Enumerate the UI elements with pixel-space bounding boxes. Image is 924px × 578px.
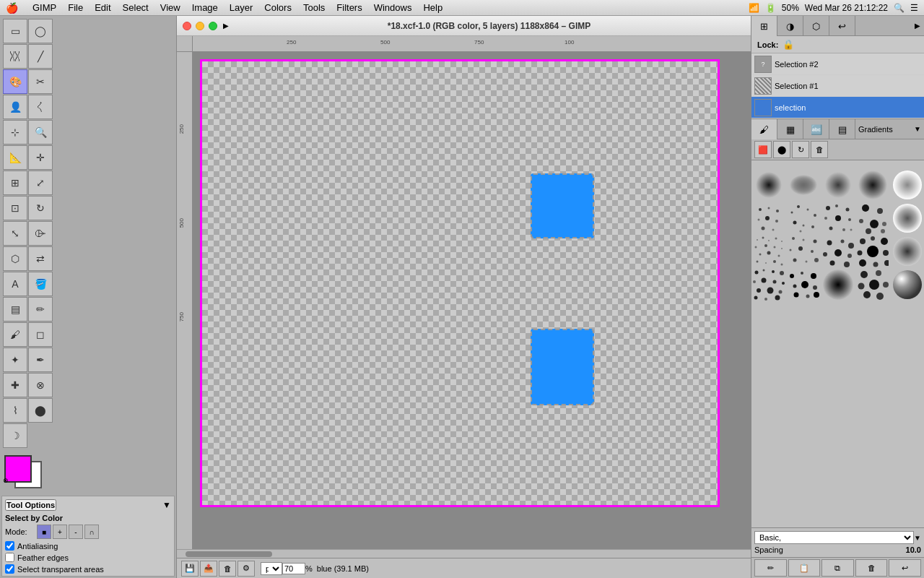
tool-clone[interactable]: ⊗	[28, 373, 53, 397]
brush-cell-1[interactable]	[753, 169, 785, 201]
tool-free-select[interactable]: 〷	[3, 44, 27, 69]
tool-paintbrush[interactable]: 🖌	[3, 322, 27, 347]
search-icon[interactable]: 🔍	[894, 3, 905, 13]
tool-airbrush[interactable]: ✦	[3, 348, 27, 372]
panel2-collapse-arrow[interactable]: ▼	[911, 119, 924, 139]
lock-icon[interactable]: 🔒	[783, 39, 794, 50]
tool-rotate[interactable]: ↻	[28, 196, 53, 220]
blue-rectangle-1[interactable]	[531, 173, 594, 238]
brush-cell-5[interactable]	[892, 169, 923, 201]
tool-select-by-color[interactable]: 🎨	[3, 69, 27, 94]
color-red-btn[interactable]: 🟥	[754, 141, 772, 158]
brush-cell-4[interactable]	[857, 169, 889, 201]
sample-merged-checkbox[interactable]	[5, 576, 14, 577]
menu-help[interactable]: Help	[417, 1, 448, 14]
canvas-background[interactable]	[200, 59, 720, 507]
tab-brushes[interactable]: 🖌	[751, 119, 777, 139]
action-add-btn[interactable]: 📋	[788, 559, 821, 577]
layer-item[interactable]: ? Selection #2	[751, 53, 924, 75]
tool-scale[interactable]: ⤡	[3, 221, 27, 246]
brush-cell-10[interactable]	[892, 202, 923, 234]
action-duplicate-btn[interactable]: ⧉	[821, 559, 854, 577]
antialiasing-checkbox[interactable]	[5, 541, 14, 551]
tool-crop[interactable]: ⊡	[3, 196, 27, 220]
tool-heal[interactable]: ✚	[3, 373, 27, 397]
close-button[interactable]	[183, 22, 191, 30]
reset-colors-icon[interactable]: ⊗	[3, 477, 14, 488]
action-pencil-btn[interactable]: ✏	[754, 559, 787, 577]
menu-colors[interactable]: Colors	[258, 1, 297, 14]
tool-paths[interactable]: 〱	[28, 95, 53, 119]
brush-cell-9[interactable]	[857, 202, 889, 234]
h-scrollbar[interactable]	[177, 549, 751, 558]
tool-scissors[interactable]: ✂	[28, 69, 53, 94]
tool-color-picker[interactable]: ⊹	[3, 120, 27, 144]
brush-cell-12[interactable]	[788, 236, 819, 267]
tool-flip[interactable]: ⇄	[28, 246, 53, 271]
h-scrollbar-thumb[interactable]	[186, 551, 272, 557]
tool-options-button[interactable]: Tool Options	[5, 499, 56, 511]
menu-tools[interactable]: Tools	[297, 1, 331, 14]
tab-layers[interactable]: ⊞	[751, 16, 777, 36]
brush-cell-3[interactable]	[822, 169, 854, 201]
tool-rect-select[interactable]: ▭	[3, 19, 27, 43]
tab-channels[interactable]: ◑	[777, 16, 803, 36]
export-button[interactable]: 📤	[200, 561, 217, 577]
menu-filters[interactable]: Filters	[331, 1, 367, 14]
tool-convolve[interactable]: ⬤	[28, 398, 53, 423]
zoom-input[interactable]	[282, 563, 305, 574]
tool-smudge[interactable]: ⌇	[3, 398, 27, 423]
tool-dodge[interactable]: ☽	[3, 423, 27, 448]
tool-measure[interactable]: 📐	[3, 145, 27, 170]
save-button[interactable]: 💾	[181, 561, 199, 577]
brush-cell-7[interactable]	[788, 202, 819, 234]
tab-patterns[interactable]: ▦	[777, 119, 803, 139]
maximize-button[interactable]	[209, 22, 217, 30]
layer-item-selected[interactable]: selection	[751, 97, 924, 118]
brush-cell-18[interactable]	[822, 269, 854, 301]
color-circle-btn[interactable]: ⬤	[773, 141, 790, 158]
history-button[interactable]: 🗑	[219, 561, 236, 577]
tool-fuzzy-select[interactable]: ╱	[28, 44, 53, 69]
mode-replace-btn[interactable]: ■	[37, 525, 51, 539]
panel-collapse-arrow[interactable]: ▶	[911, 16, 924, 35]
brush-cell-19[interactable]	[857, 269, 889, 301]
action-delete-btn[interactable]: 🗑	[855, 559, 888, 577]
mode-subtract-btn[interactable]: -	[69, 525, 83, 539]
collapse-arrow[interactable]: ▶	[223, 22, 229, 30]
tool-shear[interactable]: ⌱	[28, 221, 53, 246]
brush-cell-13[interactable]	[822, 236, 854, 267]
menu-gimp[interactable]: GIMP	[27, 1, 62, 14]
menu-select[interactable]: Select	[117, 1, 154, 14]
select-transparent-checkbox[interactable]	[5, 564, 14, 574]
tab-paths[interactable]: ⬡	[803, 16, 829, 36]
brush-cell-11[interactable]	[753, 236, 785, 267]
layer-item[interactable]: Selection #1	[751, 75, 924, 97]
scripts-button[interactable]: ⚙	[237, 561, 255, 577]
feather-edges-checkbox[interactable]	[5, 553, 14, 562]
tool-ellipse-select[interactable]: ◯	[28, 19, 53, 43]
menu-windows[interactable]: Windows	[368, 1, 418, 14]
apple-menu[interactable]: 🍎	[6, 2, 18, 14]
brush-cell-2[interactable]	[788, 169, 819, 201]
brush-cell-17[interactable]	[788, 269, 819, 301]
tool-eraser[interactable]: ◻	[28, 322, 53, 347]
mode-intersect-btn[interactable]: ∩	[84, 525, 99, 539]
tool-ink[interactable]: ✒	[28, 348, 53, 372]
tool-pencil[interactable]: ✏	[28, 297, 53, 322]
menu-file[interactable]: File	[62, 1, 89, 14]
brush-cell-15[interactable]	[892, 236, 923, 267]
brush-cell-14[interactable]	[857, 236, 889, 267]
delete-btn[interactable]: 🗑	[811, 141, 828, 158]
brush-cell-6[interactable]	[753, 202, 785, 234]
brush-cell-20[interactable]	[892, 269, 923, 301]
tool-perspective[interactable]: ⬡	[3, 246, 27, 271]
tool-align[interactable]: ⊞	[3, 171, 27, 195]
tool-move[interactable]: ✛	[28, 145, 53, 170]
list-icon[interactable]: ☰	[910, 3, 918, 13]
menu-layer[interactable]: Layer	[224, 1, 259, 14]
tool-bucket-fill[interactable]: 🪣	[28, 272, 53, 296]
menu-view[interactable]: View	[154, 1, 186, 14]
tool-text[interactable]: A	[3, 272, 27, 296]
tool-options-collapse-icon[interactable]: ▼	[162, 500, 171, 510]
